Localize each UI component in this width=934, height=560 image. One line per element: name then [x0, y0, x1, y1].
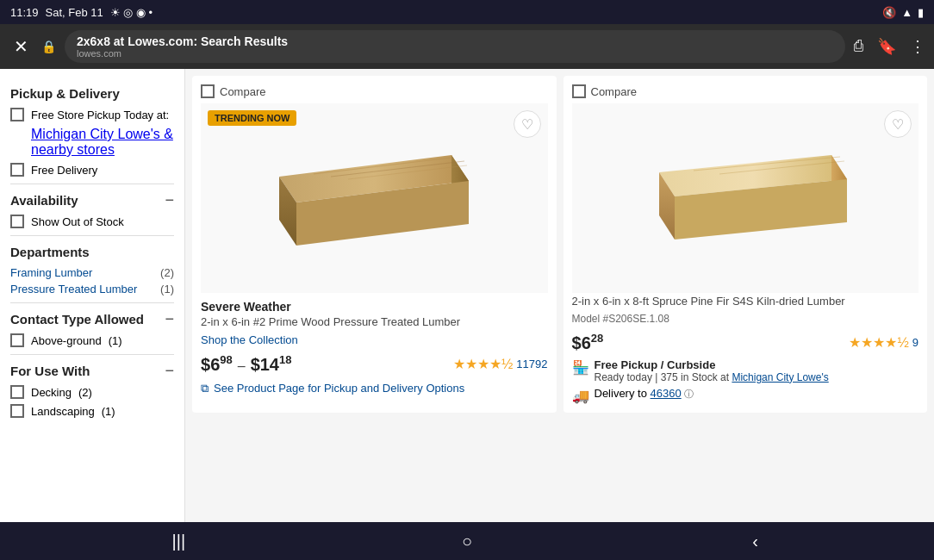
price-min-1: $698	[201, 353, 233, 375]
for-use-with-section: For Use With − Decking (2) Landscaping (…	[10, 362, 174, 418]
framing-lumber-count: (2)	[160, 266, 174, 279]
contact-type-title: Contact Type Allowed	[10, 312, 144, 327]
landscaping-count: (1)	[102, 405, 115, 418]
pickup-type: Free Pickup / Curbside	[595, 358, 829, 371]
sidebar: Pickup & Delivery Free Store Pickup Toda…	[0, 69, 185, 522]
free-delivery-label: Free Delivery	[31, 164, 97, 177]
product-title-2: 2-in x 6-in x 8-ft Spruce Pine Fir S4S K…	[572, 295, 919, 309]
page-title: 2x6x8 at Lowes.com: Search Results	[77, 34, 833, 48]
review-count-2[interactable]: 9	[912, 336, 918, 349]
decking-label: Decking	[31, 386, 72, 399]
product-brand-1: Severe Weather	[201, 300, 548, 314]
framing-lumber-label: Framing Lumber	[10, 266, 92, 279]
decking-row: Decking (2)	[10, 385, 174, 399]
time: 11:19	[10, 6, 39, 19]
store-name-link[interactable]: Michigan City Lowe's	[732, 371, 828, 383]
products-grid: Compare TRENDING NOW	[192, 76, 927, 413]
copy-icon: ⧉	[201, 382, 209, 395]
stars-row-1: ★★★★½ 11792	[453, 356, 548, 372]
products-area: Compare TRENDING NOW	[185, 69, 934, 522]
recents-button[interactable]: |||	[161, 524, 196, 558]
more-icon[interactable]: ⋮	[910, 37, 925, 56]
contact-type-header: Contact Type Allowed −	[10, 310, 174, 328]
compare-checkbox-2[interactable]	[572, 84, 586, 98]
date: Sat, Feb 11	[46, 6, 103, 19]
pressure-treated-row[interactable]: Pressure Treated Lumber (1)	[10, 283, 174, 296]
store-link[interactable]: Michigan City Lowe's & nearby stores	[31, 127, 173, 157]
lumber-image-1	[262, 129, 486, 267]
landscaping-checkbox[interactable]	[10, 404, 24, 418]
availability-section: Availability − Show Out of Stock	[10, 191, 174, 228]
above-ground-checkbox[interactable]	[10, 333, 24, 347]
departments-title: Departments	[10, 245, 174, 259]
stars-2: ★★★★½	[849, 334, 908, 351]
status-left: 11:19 Sat, Feb 11 ☀ ◎ ◉ •	[10, 6, 153, 19]
wishlist-button-1[interactable]: ♡	[514, 110, 541, 138]
pickup-detail: Ready today | 375 in Stock at Michigan C…	[595, 371, 829, 383]
back-button[interactable]: ‹	[738, 524, 773, 558]
for-use-with-title: For Use With	[10, 364, 90, 378]
url-bar[interactable]: 2x6x8 at Lowes.com: Search Results lowes…	[65, 30, 845, 63]
see-product-row: ⧉ See Product Page for Pickup and Delive…	[201, 382, 548, 395]
share-icon[interactable]: ⎙	[854, 37, 863, 56]
bookmark-icon[interactable]: 🔖	[877, 37, 896, 56]
close-button[interactable]: ✕	[9, 36, 33, 57]
for-use-with-collapse-icon[interactable]: −	[165, 362, 174, 380]
framing-lumber-row[interactable]: Framing Lumber (2)	[10, 266, 174, 279]
lock-icon: 🔒	[41, 40, 56, 53]
show-out-of-stock-row: Show Out of Stock	[10, 215, 174, 228]
main-content: Pickup & Delivery Free Store Pickup Toda…	[0, 69, 934, 522]
trending-badge: TRENDING NOW	[208, 110, 296, 126]
product-card-1: Compare TRENDING NOW	[192, 76, 557, 413]
compare-checkbox-1[interactable]	[201, 84, 215, 98]
model-num-2: Model #S206SE.1.08	[572, 313, 919, 325]
pickup-delivery-section: Pickup & Delivery Free Store Pickup Toda…	[10, 86, 174, 177]
stars-1: ★★★★½	[453, 356, 513, 372]
battery-icon: ▮	[918, 6, 924, 19]
zip-code-link[interactable]: 46360	[651, 387, 682, 400]
nav-bar: ||| ○ ‹	[0, 522, 934, 560]
pickup-icon: 🏪	[572, 359, 589, 376]
wifi-icon: ▲	[901, 6, 912, 19]
shop-collection-link[interactable]: Shop the Collection	[201, 333, 548, 346]
pickup-row: 🏪 Free Pickup / Curbside Ready today | 3…	[572, 358, 919, 383]
free-delivery-row: Free Delivery	[10, 163, 174, 177]
pressure-treated-count: (1)	[160, 283, 174, 296]
pickup-text: Free Pickup / Curbside Ready today | 375…	[595, 358, 829, 383]
price-range-1: $698 – $1418	[201, 353, 291, 375]
availability-header: Availability −	[10, 191, 174, 209]
delivery-info-icon[interactable]: ⓘ	[684, 389, 694, 399]
contact-type-collapse-icon[interactable]: −	[165, 310, 174, 328]
compare-label-2: Compare	[591, 85, 637, 98]
delivery-text: Delivery to 46360 ⓘ	[595, 387, 694, 401]
price-max-1: $1418	[251, 353, 292, 375]
wishlist-button-2[interactable]: ♡	[884, 110, 912, 138]
availability-collapse-icon[interactable]: −	[165, 191, 174, 209]
product-image-1[interactable]: TRENDING NOW	[201, 103, 548, 293]
show-out-of-stock-checkbox[interactable]	[10, 215, 24, 228]
lumber-image-2	[633, 129, 857, 267]
product-image-2[interactable]: ♡	[572, 103, 919, 293]
above-ground-label: Above-ground	[31, 334, 102, 347]
compare-label-1: Compare	[220, 85, 265, 98]
price-row-2: $628 ★★★★½ 9	[572, 332, 919, 353]
price-2: $628	[572, 332, 604, 353]
free-store-pickup-label: Free Store Pickup Today at:	[31, 109, 169, 121]
free-store-pickup-checkbox[interactable]	[10, 108, 24, 121]
price-row-1: $698 – $1418 ★★★★½ 11792	[201, 353, 548, 375]
review-count-1[interactable]: 11792	[516, 358, 547, 370]
browser-toolbar: ✕ 🔒 2x6x8 at Lowes.com: Search Results l…	[0, 24, 934, 69]
status-bar: 11:19 Sat, Feb 11 ☀ ◎ ◉ • 🔇 ▲ ▮	[0, 0, 934, 24]
for-use-with-header: For Use With −	[10, 362, 174, 380]
home-button[interactable]: ○	[450, 524, 484, 558]
contact-type-section: Contact Type Allowed − Above-ground (1)	[10, 310, 174, 347]
above-ground-count: (1)	[109, 334, 122, 347]
mute-icon: 🔇	[882, 6, 896, 19]
departments-section: Departments Framing Lumber (2) Pressure …	[10, 245, 174, 296]
free-delivery-checkbox[interactable]	[10, 163, 24, 177]
page-url: lowes.com	[77, 48, 833, 59]
product-title-1: 2-in x 6-in #2 Prime Wood Pressure Treat…	[201, 315, 548, 330]
decking-checkbox[interactable]	[10, 385, 24, 399]
status-right: 🔇 ▲ ▮	[882, 6, 924, 19]
price-dash: –	[238, 358, 246, 374]
